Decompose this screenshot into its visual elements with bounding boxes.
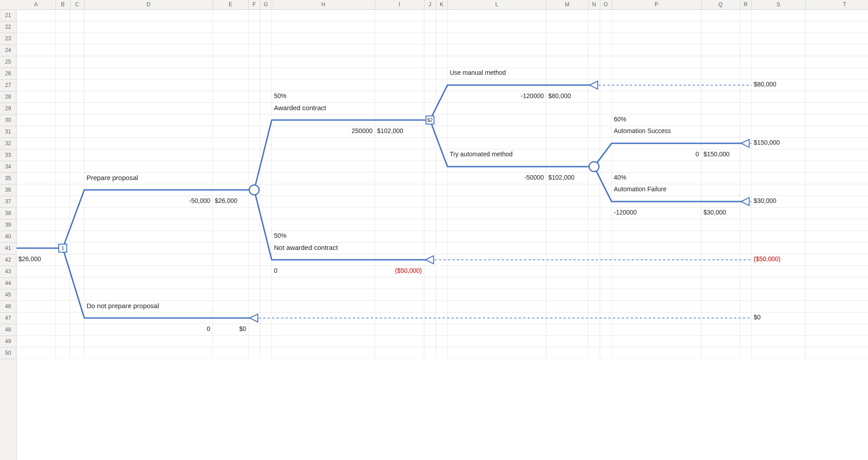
- col-header-O[interactable]: O: [600, 0, 612, 9]
- cell-asucc_label: Automation Success: [612, 126, 701, 138]
- row-header-28[interactable]: 28: [0, 91, 16, 103]
- col-header-P[interactable]: P: [612, 0, 702, 9]
- row-header-46[interactable]: 46: [0, 301, 16, 313]
- cell-asucc_ev: $150,000: [701, 149, 740, 161]
- row-header-31[interactable]: 31: [0, 126, 16, 138]
- cell-noaward_payoff: ($50,000): [751, 254, 805, 266]
- col-header-F[interactable]: F: [248, 0, 260, 9]
- row-header-50[interactable]: 50: [0, 347, 16, 359]
- row-header-42[interactable]: 42: [0, 254, 16, 266]
- row-header-41[interactable]: 41: [0, 242, 16, 254]
- col-header-I[interactable]: I: [375, 0, 425, 9]
- cell-award_prob: 50%: [272, 91, 375, 103]
- cell-prepare_ev: $26,000: [213, 196, 248, 207]
- col-header-T[interactable]: T: [805, 0, 868, 9]
- row-header-30[interactable]: 30: [0, 114, 16, 126]
- cell-asucc_cost: 0: [612, 149, 701, 161]
- cell-auto_label: Try automated method: [447, 149, 546, 161]
- row-header-23[interactable]: 23: [0, 33, 16, 45]
- cell-award_label: Awarded contract: [272, 103, 375, 114]
- row-header-40[interactable]: 40: [0, 231, 16, 243]
- row-header-47[interactable]: 47: [0, 312, 16, 324]
- cell-asucc_payoff: $150,000: [751, 138, 805, 149]
- row-header-39[interactable]: 39: [0, 219, 16, 231]
- cell-auto_cost: -50000: [447, 172, 546, 184]
- row-header-38[interactable]: 38: [0, 207, 16, 219]
- cell-noaward_cost: 0: [272, 266, 375, 277]
- row-header-43[interactable]: 43: [0, 266, 16, 278]
- row-header-37[interactable]: 37: [0, 196, 16, 208]
- row-header-48[interactable]: 48: [0, 324, 16, 336]
- row-header-44[interactable]: 44: [0, 277, 16, 289]
- cell-manual_ev: $80,000: [546, 91, 588, 103]
- cell-auto_ev: $102,000: [546, 172, 588, 184]
- row-header-21[interactable]: 21: [0, 9, 16, 21]
- cell-afail_prob: 40%: [612, 172, 701, 184]
- row-header-36[interactable]: 36: [0, 184, 16, 196]
- cell-afail_payoff: $30,000: [751, 196, 805, 207]
- cell-afail_cost: -120000: [612, 207, 701, 219]
- row-header-49[interactable]: 49: [0, 335, 16, 348]
- col-header-L[interactable]: L: [447, 0, 547, 9]
- cell-afail_ev: $30,000: [701, 207, 740, 219]
- cell-noprep_ev: $0: [213, 324, 248, 335]
- row-header-29[interactable]: 29: [0, 103, 16, 115]
- row-header-45[interactable]: 45: [0, 289, 16, 301]
- cell-manual_cost: -120000: [447, 91, 546, 103]
- cell-noaward_label: Not awarded contract: [272, 242, 375, 254]
- col-header-S[interactable]: S: [751, 0, 806, 9]
- col-header-N[interactable]: N: [588, 0, 600, 9]
- col-header-D[interactable]: D: [84, 0, 213, 9]
- col-header-H[interactable]: H: [272, 0, 375, 9]
- column-headers: ABCDEFGHIJKLMNOPQRST: [0, 0, 868, 10]
- cell-noprep_payoff: $0: [751, 312, 805, 324]
- spreadsheet-grid[interactable]: 1$2 $26,000Prepare proposal-50,000$26,00…: [16, 9, 868, 460]
- row-header-25[interactable]: 25: [0, 56, 16, 68]
- row-header-34[interactable]: 34: [0, 161, 16, 173]
- cell-award_ev: $102,000: [375, 126, 424, 138]
- cell-noprep_cost: 0: [84, 324, 213, 335]
- cell-manual_payoff: $80,000: [751, 79, 805, 91]
- row-header-24[interactable]: 24: [0, 44, 16, 56]
- cell-prepare_cost: -50,000: [84, 196, 213, 207]
- row-headers: 2122232425262728293031323334353637383940…: [0, 0, 17, 460]
- col-header-E[interactable]: E: [213, 0, 249, 9]
- cell-noaward_prob: 50%: [272, 231, 375, 242]
- row-header-32[interactable]: 32: [0, 138, 16, 150]
- col-header-B[interactable]: B: [56, 0, 70, 9]
- col-header-R[interactable]: R: [740, 0, 752, 9]
- cell-manual_label: Use manual method: [447, 68, 546, 79]
- cell-afail_label: Automation Failure: [612, 184, 701, 196]
- row-header-33[interactable]: 33: [0, 149, 16, 161]
- col-header-C[interactable]: C: [70, 0, 85, 9]
- row-header-27[interactable]: 27: [0, 79, 16, 91]
- col-header-Q[interactable]: Q: [701, 0, 740, 9]
- cell-award_cost: 250000: [272, 126, 375, 138]
- cell-noaward_val: ($50,000): [375, 266, 424, 277]
- col-header-M[interactable]: M: [546, 0, 589, 9]
- col-header-A[interactable]: A: [16, 0, 56, 9]
- row-header-35[interactable]: 35: [0, 172, 16, 185]
- col-header-J[interactable]: J: [424, 0, 436, 9]
- col-header-K[interactable]: K: [436, 0, 448, 9]
- row-header-26[interactable]: 26: [0, 68, 16, 80]
- row-header-22[interactable]: 22: [0, 21, 16, 33]
- cell-noprep_label: Do not prepare proposal: [84, 301, 213, 312]
- cell-prepare_label: Prepare proposal: [84, 172, 213, 184]
- cell-asucc_prob: 60%: [612, 114, 701, 126]
- col-header-G[interactable]: G: [260, 0, 272, 9]
- cell-root_value: $26,000: [16, 254, 56, 266]
